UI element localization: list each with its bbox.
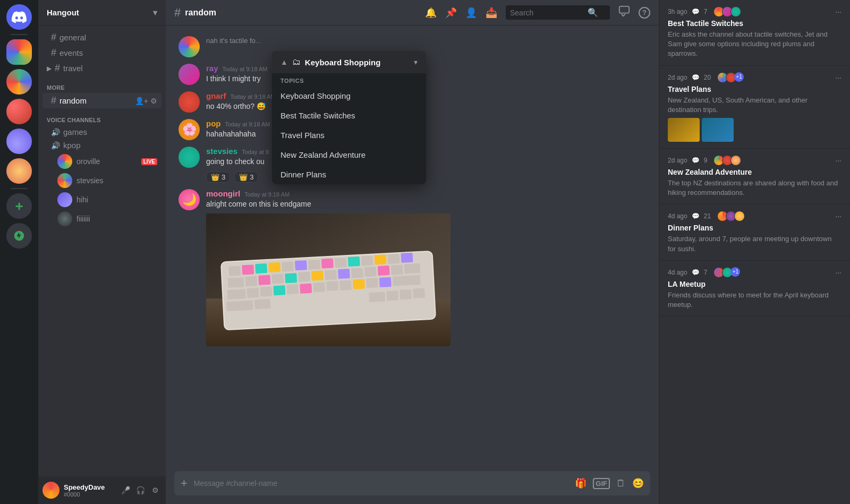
- thread-la-meetup[interactable]: 4d ago 💬 7 +1 ··· LA Meetup Friends disc…: [659, 261, 850, 317]
- message-time-pop: Today at 9:18 AM: [225, 121, 270, 127]
- channel-list: # general # events ▶ # travel MORE # ran…: [38, 25, 166, 476]
- thread-ago-3: 2d ago: [668, 157, 687, 164]
- svg-rect-18: [401, 253, 413, 263]
- thread-meta-4: 4d ago 💬 21 ···: [668, 211, 842, 221]
- thread-desc-5: Friends discuss where to meet for the Ap…: [668, 291, 842, 310]
- explore-servers-button[interactable]: [6, 223, 32, 249]
- thread-nz-adventure[interactable]: 2d ago 💬 9 ··· New Zealand Adventure The…: [659, 149, 850, 204]
- thread-more-4[interactable]: ···: [835, 212, 842, 220]
- thread-more-3[interactable]: ···: [835, 156, 842, 165]
- svg-rect-19: [228, 278, 244, 288]
- speaker-icon: 🔊: [51, 141, 60, 150]
- server-2[interactable]: [6, 69, 32, 95]
- message-text-moongirl: alright come on this is endgame: [206, 199, 646, 210]
- thread-comments-1: 7: [704, 8, 708, 15]
- thread-title-1: Best Tactile Switches: [668, 19, 842, 28]
- main-content: # random 🔔 📌 👤 📥 🔍 ? nah it's tactile fo…: [166, 0, 659, 504]
- emoji-icon[interactable]: 😊: [632, 477, 644, 489]
- svg-rect-23: [285, 273, 297, 283]
- topic-keyboard-shopping[interactable]: Keyboard Shopping: [272, 86, 426, 106]
- topic-down-icon[interactable]: ▾: [414, 58, 418, 66]
- pin-icon[interactable]: 📌: [445, 7, 457, 19]
- help-icon[interactable]: ?: [639, 7, 650, 19]
- voice-user-stevsies[interactable]: stevsies: [42, 171, 162, 190]
- svg-rect-41: [339, 280, 352, 291]
- headset-button[interactable]: 🎧: [134, 484, 147, 497]
- thread-travel-plans[interactable]: 2d ago 💬 20 +1 ··· Travel Plans New Zeal…: [659, 66, 850, 149]
- thread-more-5[interactable]: ···: [835, 268, 842, 277]
- thread-more-2[interactable]: ···: [835, 73, 842, 82]
- settings-icon[interactable]: ⚙: [150, 97, 157, 105]
- thread-title-2: Travel Plans: [668, 85, 842, 93]
- svg-rect-0: [619, 6, 629, 13]
- thread-icon[interactable]: [618, 5, 630, 20]
- voice-user-hihi[interactable]: hihi: [42, 190, 162, 209]
- threads-list: 3h ago 💬 7 ··· Best Tactile Switches Eri…: [659, 0, 850, 504]
- user-avatar-oroville: [57, 154, 72, 169]
- thread-img-2b: [702, 118, 734, 142]
- topic-dinner-plans[interactable]: Dinner Plans: [272, 165, 426, 184]
- svg-rect-24: [298, 272, 310, 282]
- channel-hash-icon: #: [174, 6, 181, 20]
- svg-rect-33: [227, 289, 246, 300]
- gift-icon[interactable]: 🎁: [575, 477, 586, 489]
- channel-icons: 👤+ ⚙: [135, 97, 157, 105]
- message-input[interactable]: [194, 473, 568, 493]
- channel-item-general[interactable]: # general: [42, 30, 162, 45]
- thread-avatar-plus-5: +1: [730, 267, 740, 277]
- message-header-moongirl: moongirl Today at 9:18 AM: [206, 189, 646, 198]
- topic-best-tactile[interactable]: Best Tactile Switches: [272, 106, 426, 125]
- topic-nz-adventure[interactable]: New Zealand Adventure: [272, 145, 426, 165]
- svg-rect-38: [300, 284, 312, 294]
- attach-button[interactable]: +: [181, 471, 188, 496]
- voice-user-fiiiiiii[interactable]: fiiiiiii: [42, 209, 162, 228]
- channel-item-random[interactable]: # random 👤+ ⚙: [42, 93, 162, 108]
- channel-header: # random 🔔 📌 👤 📥 🔍 ?: [166, 0, 659, 25]
- mute-button[interactable]: 🎤: [119, 484, 132, 497]
- discord-button[interactable]: [6, 4, 32, 30]
- add-member-icon[interactable]: 👤+: [135, 97, 148, 105]
- search-input[interactable]: [510, 8, 584, 17]
- voice-channel-kpop[interactable]: 🔊 kpop: [42, 139, 162, 152]
- thread-avatar-plus-2: +1: [734, 72, 744, 82]
- speaker-icon: 🔊: [51, 128, 60, 136]
- server-header[interactable]: Hangout ▾: [38, 0, 166, 25]
- thread-meta-2: 2d ago 💬 20 +1 ···: [668, 72, 842, 83]
- message-input-area: + 🎁 GIF 🗒 😊: [166, 463, 659, 504]
- server-4[interactable]: [6, 129, 32, 154]
- comment-icon-1: 💬: [692, 8, 700, 15]
- members-icon[interactable]: 👤: [465, 7, 477, 19]
- inbox-icon[interactable]: 📥: [486, 7, 497, 19]
- current-user-discriminator: #0000: [64, 491, 115, 498]
- voice-section: VOICE CHANNELS: [38, 108, 166, 125]
- add-server-button[interactable]: +: [6, 193, 32, 219]
- thread-best-tactile[interactable]: 3h ago 💬 7 ··· Best Tactile Switches Eri…: [659, 0, 850, 66]
- voice-username-hihi: hihi: [76, 195, 88, 204]
- search-bar[interactable]: 🔍: [506, 5, 610, 20]
- thread-dinner-plans[interactable]: 4d ago 💬 21 ··· Dinner Plans Saturday, a…: [659, 204, 850, 260]
- server-hangout[interactable]: [6, 39, 32, 65]
- gif-icon[interactable]: GIF: [593, 478, 610, 489]
- channel-item-travel[interactable]: ▶ # travel: [42, 61, 162, 76]
- reaction-crown-1[interactable]: 👑 3: [206, 172, 230, 183]
- topic-travel-plans[interactable]: Travel Plans: [272, 125, 426, 145]
- more-label: MORE: [47, 84, 65, 91]
- notification-bell-icon[interactable]: 🔔: [425, 7, 437, 19]
- sticker-icon[interactable]: 🗒: [616, 478, 626, 489]
- reaction-crown-2[interactable]: 👑 3: [234, 172, 258, 183]
- voice-user-oroville[interactable]: oroville LIVE: [42, 152, 162, 171]
- settings-button[interactable]: ⚙: [149, 484, 162, 497]
- svg-rect-17: [388, 254, 400, 264]
- svg-rect-29: [364, 267, 377, 277]
- voice-username-fiiiiiii: fiiiiiii: [76, 215, 90, 223]
- svg-rect-21: [258, 275, 270, 285]
- topics-label: TOPICS: [272, 73, 426, 86]
- server-3[interactable]: [6, 99, 32, 124]
- thread-more-1[interactable]: ···: [835, 7, 842, 16]
- svg-rect-34: [247, 288, 259, 298]
- voice-channel-games[interactable]: 🔊 games: [42, 125, 162, 139]
- svg-rect-10: [295, 260, 307, 270]
- message-time-gnarf: Today at 9:18 AM: [231, 93, 276, 100]
- server-5[interactable]: [6, 158, 32, 184]
- channel-item-events[interactable]: # events: [42, 45, 162, 61]
